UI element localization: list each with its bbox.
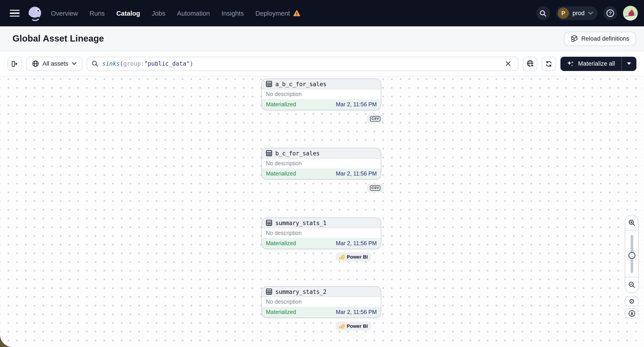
nav-item-label: Runs [90,9,105,17]
nav-item-jobs[interactable]: Jobs [152,9,165,17]
materialization-timestamp[interactable]: Mar 2, 11:56 PM [336,240,377,247]
kind-tag-power-bi[interactable]: Power BI [336,252,371,261]
svg-text:?: ? [609,10,612,16]
kind-tag-csv[interactable]: CSV [367,114,384,123]
nav-item-overview[interactable]: Overview [51,9,78,17]
materialization-timestamp[interactable]: Mar 2, 11:56 PM [336,101,377,108]
power-bi-icon [339,254,344,260]
user-avatar[interactable] [623,6,638,20]
materialization-timestamp[interactable]: Mar 2, 11:56 PM [336,309,377,315]
nav-item-catalog[interactable]: Catalog [116,9,140,17]
query-close-paren: ) [190,60,193,67]
asset-node-summary-stats-2[interactable]: summary_stats_2 No description Materiali… [262,286,381,318]
asset-description: No description [262,228,381,238]
asset-node-header: summary_stats_1 [262,218,381,228]
asset-name: summary_stats_1 [275,220,326,226]
refresh-button[interactable] [542,56,556,71]
asset-node-header: summary_stats_2 [262,287,381,297]
asset-status-row: Materialized Mar 2, 11:56 PM [262,238,381,249]
csv-icon: CSV [370,116,380,121]
query-attribute: group [123,60,141,67]
materialized-status: Materialized [266,309,296,315]
asset-node-summary-stats-1[interactable]: summary_stats_1 No description Materiali… [262,218,381,249]
help-icon[interactable]: ? [603,6,617,20]
environment-initial: P [558,7,569,19]
nav-item-runs[interactable]: Runs [90,9,105,17]
asset-status-row: Materialized Mar 2, 11:56 PM [262,99,381,110]
search-icon[interactable] [536,6,550,20]
hamburger-menu-icon[interactable] [7,5,22,21]
query-colon: : [141,60,144,67]
chevron-down-icon [72,62,76,65]
table-icon [266,81,272,87]
asset-status-row: Materialized Mar 2, 11:56 PM [262,168,381,179]
asset-description: No description [262,297,381,307]
materialization-timestamp[interactable]: Mar 2, 11:56 PM [336,171,377,177]
page-header: Global Asset Lineage Reload definitions [0,26,644,51]
kind-tag-label: Power BI [347,254,368,260]
asset-node-a-b-c-for-sales[interactable]: a_b_c_for_sales No description Materiali… [262,79,381,110]
materialized-status: Materialized [266,101,296,108]
refresh-icon [546,60,552,67]
nav-item-label: Insights [222,9,244,17]
page-title: Global Asset Lineage [12,33,104,44]
clear-query-icon[interactable] [503,58,514,69]
materialize-options-caret[interactable] [621,56,636,71]
kind-tag-power-bi[interactable]: Power BI [336,322,371,331]
asset-node-header: b_c_for_sales [262,148,381,159]
asset-description: No description [262,159,381,168]
reload-definitions-button[interactable]: Reload definitions [564,31,636,46]
asset-scope-label: All assets [42,60,68,67]
materialize-all-button[interactable]: Materialize all [561,56,621,71]
materialized-status: Materialized [266,171,296,177]
nav-item-deployment[interactable]: Deployment [256,9,300,17]
power-bi-icon [339,323,344,329]
asset-name: summary_stats_2 [275,288,326,295]
download-icon [628,310,635,317]
environment-switcher[interactable]: P prod [556,6,598,20]
materialized-status: Materialized [266,240,296,247]
settings-button[interactable]: ⚙ [625,297,639,306]
environment-name: prod [572,10,584,16]
open-in-new-globe-button[interactable] [523,56,538,71]
zoom-out-icon [628,281,635,289]
zoom-slider-thumb[interactable] [628,252,635,259]
table-icon [266,150,272,156]
zoom-out-button[interactable] [625,277,638,293]
selection-query: sinks(group:"public_data") [102,60,193,67]
asset-node-b-c-for-sales[interactable]: b_c_for_sales No description Materialize… [262,148,381,180]
lineage-canvas[interactable]: a_b_c_for_sales No description Materiali… [0,77,644,347]
materialize-all-split-button: Materialize all [561,56,636,71]
zoom-controls [625,215,639,293]
asset-scope-dropdown[interactable]: All assets [26,56,82,71]
asset-name: b_c_for_sales [275,150,320,157]
table-icon [266,289,272,295]
dagster-logo-icon[interactable] [27,5,43,21]
globe-plus-icon [526,60,534,67]
asset-description: No description [262,89,381,99]
query-open-paren: ( [120,60,123,67]
panel-expand-icon [11,60,18,67]
table-icon [266,220,272,226]
reload-definitions-label: Reload definitions [581,35,629,42]
search-icon [92,60,98,67]
kind-tag-csv[interactable]: CSV [367,184,384,192]
nav-item-label: Overview [51,9,78,17]
dagster-app: Overview Runs Catalog Jobs Automation In… [0,0,644,347]
zoom-in-button[interactable] [625,215,638,231]
nav-links: Overview Runs Catalog Jobs Automation In… [51,9,300,17]
nav-item-label: Jobs [152,9,165,17]
nav-item-insights[interactable]: Insights [222,9,244,17]
toggle-left-panel-button[interactable] [8,56,22,71]
sparkles-icon [567,60,574,67]
reload-cube-icon [570,35,578,42]
top-nav: Overview Runs Catalog Jobs Automation In… [0,0,644,26]
kind-tag-label: Power BI [347,323,368,329]
lineage-toolbar: All assets sinks(group:"public_data") [0,51,644,76]
download-button[interactable] [625,309,639,319]
materialize-all-label: Materialize all [578,60,615,67]
nav-item-automation[interactable]: Automation [177,9,210,17]
zoom-slider[interactable] [625,231,638,277]
asset-selection-input[interactable]: sinks(group:"public_data") [87,56,519,71]
zoom-in-icon [628,219,635,226]
